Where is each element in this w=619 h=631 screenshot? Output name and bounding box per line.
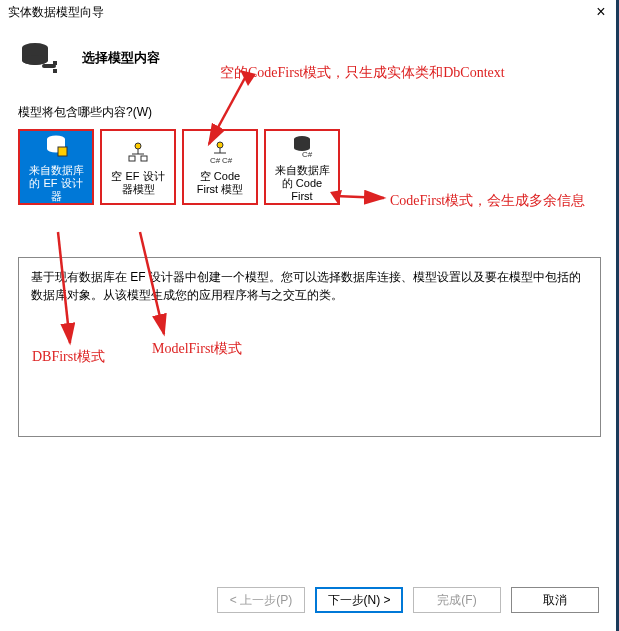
wizard-footer: < 上一步(P) 下一步(N) > 完成(F) 取消	[217, 587, 599, 613]
option-empty-ef-designer[interactable]: 空 EF 设计器模型	[100, 129, 176, 205]
svg-rect-11	[141, 156, 147, 161]
option-empty-code-first[interactable]: C#C# 空 Code First 模型	[182, 129, 258, 205]
svg-point-1	[22, 55, 48, 65]
wizard-heading: 选择模型内容	[82, 49, 160, 67]
svg-rect-6	[58, 147, 67, 156]
svg-rect-10	[129, 156, 135, 161]
option-label: 空 EF 设计器模型	[106, 170, 170, 196]
option-code-first-from-db[interactable]: C# 来自数据库的 Code First	[264, 129, 340, 205]
svg-point-7	[135, 143, 141, 149]
database-wizard-icon	[20, 38, 60, 78]
designer-empty-icon	[124, 138, 152, 166]
wizard-header: 选择模型内容	[0, 24, 619, 104]
option-label: 来自数据库的 EF 设计器	[24, 164, 88, 203]
option-label: 来自数据库的 Code First	[270, 164, 334, 203]
database-codefirst-icon: C#	[288, 132, 316, 160]
svg-text:C#: C#	[210, 156, 221, 165]
description-text: 基于现有数据库在 EF 设计器中创建一个模型。您可以选择数据库连接、模型设置以及…	[31, 270, 581, 302]
svg-point-12	[217, 142, 223, 148]
titlebar: 实体数据模型向导 ×	[0, 0, 619, 24]
question-label: 模型将包含哪些内容?(W)	[0, 104, 619, 125]
svg-rect-4	[53, 69, 57, 73]
finish-button: 完成(F)	[413, 587, 501, 613]
next-button[interactable]: 下一步(N) >	[315, 587, 403, 613]
window-title: 实体数据模型向导	[8, 4, 104, 21]
prev-button: < 上一步(P)	[217, 587, 305, 613]
close-icon[interactable]: ×	[591, 2, 611, 22]
model-options-row: 来自数据库的 EF 设计器 空 EF 设计器模型 C#C# 空 Code Fir…	[0, 125, 619, 209]
svg-text:C#: C#	[222, 156, 233, 165]
description-box: 基于现有数据库在 EF 设计器中创建一个模型。您可以选择数据库连接、模型设置以及…	[18, 257, 601, 437]
svg-text:C#: C#	[302, 150, 313, 159]
svg-rect-3	[53, 61, 57, 65]
database-designer-icon	[42, 132, 70, 160]
cancel-button[interactable]: 取消	[511, 587, 599, 613]
option-label: 空 Code First 模型	[188, 170, 252, 196]
codefirst-empty-icon: C#C#	[206, 138, 234, 166]
option-ef-designer-from-db[interactable]: 来自数据库的 EF 设计器	[18, 129, 94, 205]
